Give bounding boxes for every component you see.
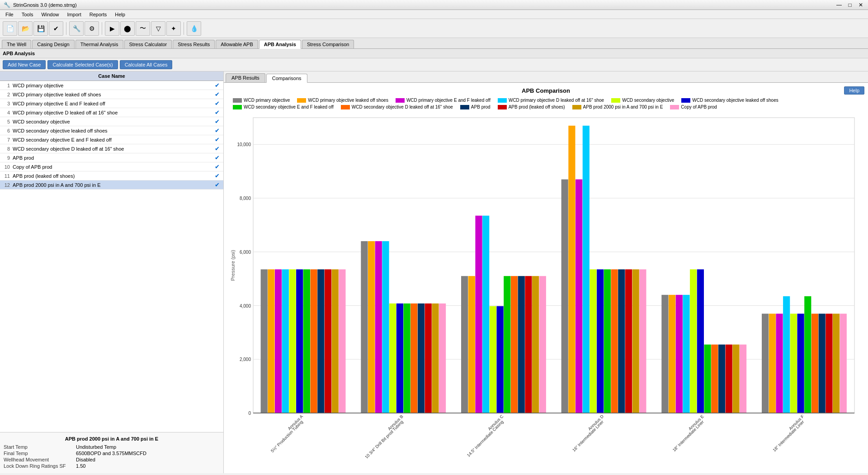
case-number: 11 xyxy=(2,173,13,179)
tab-allowable-apb[interactable]: Allowable APB xyxy=(216,40,258,48)
bar xyxy=(268,269,274,413)
case-check-icon: ✔ xyxy=(212,100,222,107)
menu-reports[interactable]: Reports xyxy=(86,11,111,18)
bar xyxy=(797,314,804,413)
separator-2 xyxy=(102,22,102,35)
chart-legend: WCD primary objective WCD primary object… xyxy=(228,98,863,109)
bar xyxy=(561,180,568,413)
bar xyxy=(826,314,832,413)
drop-icon[interactable]: 💧 xyxy=(187,21,201,36)
triangle-icon[interactable]: ▽ xyxy=(151,21,165,36)
legend-color-swatch xyxy=(233,98,242,103)
svg-text:10 3/4" Drill Bit prod Tubing: 10 3/4" Drill Bit prod Tubing xyxy=(364,419,404,458)
info-field-value: 6500BOPD and 3.575MMSCFD xyxy=(76,451,146,456)
case-name-label: WCD primary objective D leaked off at 16… xyxy=(13,110,212,115)
wave-icon[interactable]: 〜 xyxy=(136,21,150,36)
case-check-icon: ✔ xyxy=(212,82,222,89)
tab-casing-design[interactable]: Casing Design xyxy=(32,40,75,48)
calculate-selected-button[interactable]: Calculate Selected Case(s) xyxy=(47,60,118,69)
gear-icon[interactable]: ⚙ xyxy=(85,21,99,36)
case-row[interactable]: 10 Copy of APB prod ✔ xyxy=(0,162,223,171)
legend-item: Copy of APB prod xyxy=(670,104,717,109)
legend-color-swatch xyxy=(611,98,620,103)
svg-text:10,000: 10,000 xyxy=(237,142,251,147)
case-row[interactable]: 9 APB prod ✔ xyxy=(0,153,223,162)
bar xyxy=(726,345,732,413)
bar xyxy=(482,216,489,413)
chart-container: 02,0004,0006,0008,00010,000Pressure (psi… xyxy=(228,113,863,458)
info-field-value: 1.50 xyxy=(76,463,85,469)
case-row[interactable]: 1 WCD primary objective ✔ xyxy=(0,81,223,90)
legend-item: WCD primary objective leaked off shoes xyxy=(297,98,388,103)
bar xyxy=(583,126,590,413)
tab-stress-comparison[interactable]: Stress Comparison xyxy=(302,40,354,48)
bar xyxy=(683,295,689,413)
case-row[interactable]: 11 APB prod (leaked off shoes) ✔ xyxy=(0,171,223,180)
case-row[interactable]: 7 WCD secondary objective E and F leaked… xyxy=(0,135,223,144)
menu-file[interactable]: File xyxy=(2,11,17,18)
case-check-icon: ✔ xyxy=(212,163,222,170)
case-row[interactable]: 8 WCD secondary objective D leaked off a… xyxy=(0,144,223,153)
tab-stress-calculator[interactable]: Stress Calculator xyxy=(124,40,172,48)
menu-help[interactable]: Help xyxy=(111,11,129,18)
bar xyxy=(325,269,331,413)
case-list-header: Case Name xyxy=(0,71,223,81)
help-button[interactable]: Help xyxy=(844,86,864,95)
case-row[interactable]: 2 WCD primary objective leaked off shoes… xyxy=(0,90,223,99)
case-check-icon: ✔ xyxy=(212,118,222,125)
case-name-label: APB prod xyxy=(13,155,212,161)
arrow-right-icon[interactable]: ▶ xyxy=(105,21,119,36)
legend-label: WCD primary objective leaked off shoes xyxy=(308,98,388,103)
legend-label: WCD secondary objective xyxy=(622,98,674,103)
case-check-icon: ✔ xyxy=(212,154,222,161)
bar xyxy=(576,180,582,413)
case-name-label: Copy of APB prod xyxy=(13,164,212,170)
legend-label: WCD secondary objective E and F leaked o… xyxy=(244,104,334,109)
wrench-icon[interactable]: 🔧 xyxy=(69,21,84,36)
tab-thermal-analysis[interactable]: Thermal Analysis xyxy=(75,40,123,48)
chart-area: Help APB Comparison WCD primary objectiv… xyxy=(224,83,868,473)
svg-text:5½" Production Tubing: 5½" Production Tubing xyxy=(270,419,304,454)
legend-item: APB prod (leaked off shoes) xyxy=(498,104,565,109)
info-field-label: Lock Down Ring Ratings SF xyxy=(4,463,76,469)
menu-window[interactable]: Window xyxy=(38,11,62,18)
tab-comparisons[interactable]: Comparisons xyxy=(266,74,307,83)
close-button[interactable]: ✕ xyxy=(857,2,864,8)
legend-item: APB prod xyxy=(460,104,491,109)
bar xyxy=(504,276,510,413)
circle-icon[interactable]: ⬤ xyxy=(120,21,135,36)
save-icon[interactable]: 💾 xyxy=(33,21,48,36)
bar xyxy=(368,241,375,413)
case-row[interactable]: 6 WCD secondary objective leaked off sho… xyxy=(0,126,223,135)
legend-item: WCD primary objective xyxy=(233,98,290,103)
tab-the-well[interactable]: The Well xyxy=(2,40,31,48)
new-icon[interactable]: 📄 xyxy=(3,21,17,36)
app-title: StrinGnosis 3.0 (demo.strng) xyxy=(13,2,77,8)
menu-tools[interactable]: Tools xyxy=(18,11,37,18)
info-title: APB prod 2000 psi in A and 700 psi in E xyxy=(4,436,220,442)
bar xyxy=(261,269,268,413)
maximize-button[interactable]: □ xyxy=(846,2,854,8)
tab-stress-results[interactable]: Stress Results xyxy=(173,40,215,48)
case-row[interactable]: 3 WCD primary objective E and F leaked o… xyxy=(0,99,223,108)
tab-apb-results[interactable]: APB Results xyxy=(226,73,265,82)
bar xyxy=(769,314,776,413)
case-row[interactable]: 5 WCD secondary objective ✔ xyxy=(0,117,223,126)
case-number: 2 xyxy=(2,92,13,97)
bar xyxy=(690,269,697,413)
star-icon[interactable]: ✦ xyxy=(166,21,181,36)
info-panel: APB prod 2000 psi in A and 700 psi in E … xyxy=(0,432,223,473)
menu-import[interactable]: Import xyxy=(64,11,85,18)
bar xyxy=(282,269,289,413)
case-row[interactable]: 12 APB prod 2000 psi in A and 700 psi in… xyxy=(0,180,223,190)
bar xyxy=(511,276,518,413)
bar xyxy=(275,269,282,413)
calculate-all-button[interactable]: Calculate All Cases xyxy=(120,60,173,69)
bar xyxy=(711,345,718,413)
open-icon[interactable]: 📂 xyxy=(18,21,33,36)
check-icon[interactable]: ✔ xyxy=(49,21,63,36)
tab-apb-analysis[interactable]: APB Analysis xyxy=(259,40,301,49)
case-row[interactable]: 4 WCD primary objective D leaked off at … xyxy=(0,108,223,117)
minimize-button[interactable]: — xyxy=(835,2,843,8)
add-new-case-button[interactable]: Add New Case xyxy=(3,60,46,69)
